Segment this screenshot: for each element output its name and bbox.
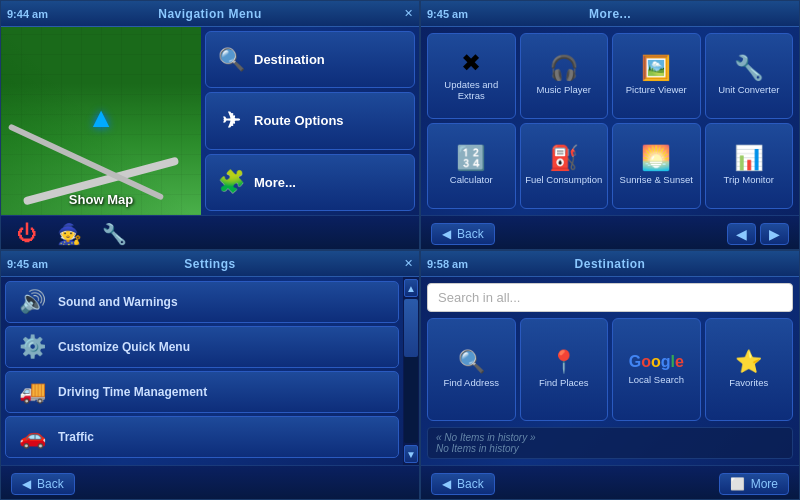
q3-header-icons: ✕ xyxy=(404,257,413,270)
q1-header-icons: ✕ xyxy=(404,7,413,20)
q2-bottom-bar: ◀ Back ◀ ▶ xyxy=(421,215,799,250)
destination-icon: 🔍 xyxy=(216,47,246,73)
settings-icon[interactable]: 🔧 xyxy=(102,222,127,246)
q3-header: 9:45 am Settings ✕ xyxy=(1,251,419,277)
updates-extras-button[interactable]: ✖ Updates and Extras xyxy=(427,33,516,119)
q4-back-label: Back xyxy=(457,477,484,491)
q4-body: Search in all... 🔍 Find Address 📍 Find P… xyxy=(421,277,799,465)
scroll-track xyxy=(404,299,418,443)
q3-back-arrow-icon: ◀ xyxy=(22,477,31,491)
q2-back-arrow-icon: ◀ xyxy=(442,227,451,241)
sunrise-icon: 🌅 xyxy=(641,146,671,170)
fuel-icon: ⛽ xyxy=(549,146,579,170)
wizard-icon[interactable]: 🧙 xyxy=(57,222,82,246)
navigation-menu-panel: 9:44 am Navigation Menu ✕ ▲ Show Map 🔍 D… xyxy=(0,0,420,250)
destination-grid: 🔍 Find Address 📍 Find Places Google Loca… xyxy=(427,318,793,421)
q2-header: 9:45 am More... xyxy=(421,1,799,27)
q2-back-button[interactable]: ◀ Back xyxy=(431,223,495,245)
trip-label: Trip Monitor xyxy=(724,174,774,185)
calculator-button[interactable]: 🔢 Calculator xyxy=(427,123,516,209)
find-places-label: Find Places xyxy=(539,377,589,388)
q1-menu: 🔍 Destination ✈ Route Options 🧩 More... xyxy=(201,27,419,215)
scroll-up-button[interactable]: ▲ xyxy=(404,279,418,297)
more-label: More... xyxy=(254,175,296,190)
favorites-button[interactable]: ⭐ Favorites xyxy=(705,318,794,421)
history-line-2: No Items in history xyxy=(436,443,784,454)
unit-icon: 🔧 xyxy=(734,56,764,80)
unit-converter-button[interactable]: 🔧 Unit Converter xyxy=(705,33,794,119)
updates-label: Updates and Extras xyxy=(432,79,511,102)
customize-quick-menu-item[interactable]: ⚙️ Customize Quick Menu xyxy=(5,326,399,368)
traffic-item[interactable]: 🚗 Traffic xyxy=(5,416,399,458)
settings-panel: 9:45 am Settings ✕ 🔊 Sound and Warnings … xyxy=(0,250,420,500)
q3-back-label: Back xyxy=(37,477,64,491)
more-button[interactable]: 🧩 More... xyxy=(205,154,415,211)
q4-back-button[interactable]: ◀ Back xyxy=(431,473,495,495)
music-player-button[interactable]: 🎧 Music Player xyxy=(520,33,609,119)
q1-title: Navigation Menu xyxy=(158,7,262,21)
route-options-icon: ✈ xyxy=(216,108,246,134)
history-line-1: « No Items in history » xyxy=(436,432,784,443)
route-options-button[interactable]: ✈ Route Options xyxy=(205,92,415,149)
show-map-label: Show Map xyxy=(69,192,133,207)
trip-monitor-button[interactable]: 📊 Trip Monitor xyxy=(705,123,794,209)
sound-warnings-item[interactable]: 🔊 Sound and Warnings xyxy=(5,281,399,323)
local-search-label: Local Search xyxy=(629,374,684,385)
q1-bottom-bar: ⏻ 🧙 🔧 xyxy=(1,215,419,250)
scroll-thumb xyxy=(404,299,418,357)
q2-title: More... xyxy=(589,7,631,21)
sunrise-sunset-button[interactable]: 🌅 Sunrise & Sunset xyxy=(612,123,701,209)
driving-time-item[interactable]: 🚚 Driving Time Management xyxy=(5,371,399,413)
find-places-icon: 📍 xyxy=(550,351,577,373)
q4-header: 9:58 am Destination xyxy=(421,251,799,277)
q4-time: 9:58 am xyxy=(427,258,468,270)
more-icon: 🧩 xyxy=(216,169,246,195)
customize-label: Customize Quick Menu xyxy=(58,340,190,354)
settings-list: 🔊 Sound and Warnings ⚙️ Customize Quick … xyxy=(1,277,403,465)
q2-grid: ✖ Updates and Extras 🎧 Music Player 🖼️ P… xyxy=(421,27,799,215)
fuel-consumption-button[interactable]: ⛽ Fuel Consumption xyxy=(520,123,609,209)
search-input[interactable]: Search in all... xyxy=(427,283,793,312)
traffic-icon: 🚗 xyxy=(16,424,48,450)
picture-icon: 🖼️ xyxy=(641,56,671,80)
music-label: Music Player xyxy=(537,84,591,95)
q2-next-button[interactable]: ▶ xyxy=(760,223,789,245)
q1-header: 9:44 am Navigation Menu ✕ xyxy=(1,1,419,27)
q3-scrollbar: ▲ ▼ xyxy=(403,277,419,465)
sound-label: Sound and Warnings xyxy=(58,295,178,309)
find-address-button[interactable]: 🔍 Find Address xyxy=(427,318,516,421)
trip-icon: 📊 xyxy=(734,146,764,170)
q3-back-button[interactable]: ◀ Back xyxy=(11,473,75,495)
route-options-label: Route Options xyxy=(254,113,344,128)
q1-body: ▲ Show Map 🔍 Destination ✈ Route Options… xyxy=(1,27,419,215)
scroll-down-button[interactable]: ▼ xyxy=(404,445,418,463)
q3-close-icon[interactable]: ✕ xyxy=(404,257,413,270)
destination-panel: 9:58 am Destination Search in all... 🔍 F… xyxy=(420,250,800,500)
customize-icon: ⚙️ xyxy=(16,334,48,360)
sunrise-label: Sunrise & Sunset xyxy=(620,174,693,185)
destination-label: Destination xyxy=(254,52,325,67)
map-preview[interactable]: ▲ Show Map xyxy=(1,27,201,215)
favorites-icon: ⭐ xyxy=(735,351,762,373)
picture-viewer-button[interactable]: 🖼️ Picture Viewer xyxy=(612,33,701,119)
traffic-label: Traffic xyxy=(58,430,94,444)
find-places-button[interactable]: 📍 Find Places xyxy=(520,318,609,421)
q4-more-label: More xyxy=(751,477,778,491)
q4-more-icon: ⬜ xyxy=(730,477,745,491)
find-address-icon: 🔍 xyxy=(458,351,485,373)
power-icon[interactable]: ⏻ xyxy=(17,222,37,245)
destination-button[interactable]: 🔍 Destination xyxy=(205,31,415,88)
local-search-button[interactable]: Google Local Search xyxy=(612,318,701,421)
unit-label: Unit Converter xyxy=(718,84,779,95)
sound-icon: 🔊 xyxy=(16,289,48,315)
q2-nav-arrows: ◀ ▶ xyxy=(727,223,789,245)
driving-label: Driving Time Management xyxy=(58,385,207,399)
q3-bottom-bar: ◀ Back xyxy=(1,465,419,500)
q4-more-button[interactable]: ⬜ More xyxy=(719,473,789,495)
history-list: « No Items in history » No Items in hist… xyxy=(427,427,793,459)
q3-title: Settings xyxy=(184,257,235,271)
calculator-label: Calculator xyxy=(450,174,493,185)
q2-prev-button[interactable]: ◀ xyxy=(727,223,756,245)
fuel-label: Fuel Consumption xyxy=(525,174,602,185)
close-icon[interactable]: ✕ xyxy=(404,7,413,20)
